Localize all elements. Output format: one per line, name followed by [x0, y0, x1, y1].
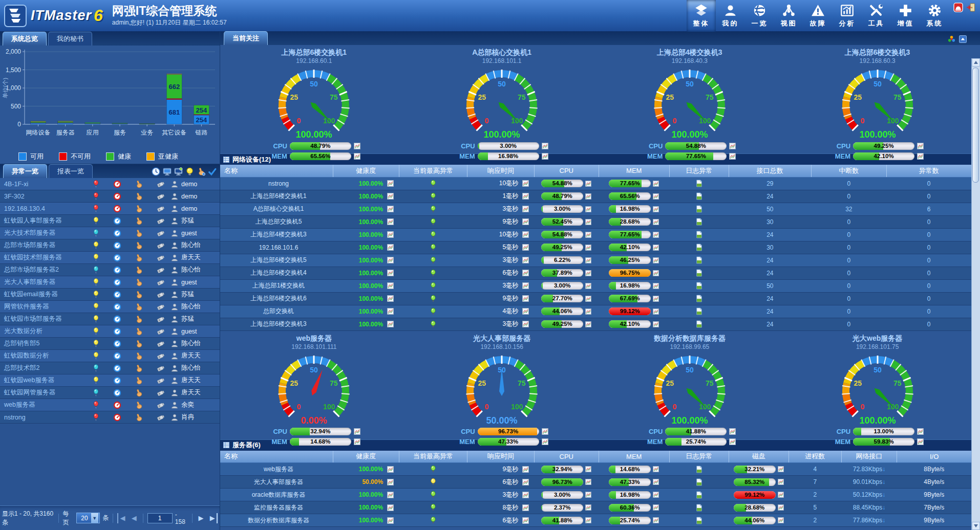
- device-name-link[interactable]: 光大数据分析: [0, 327, 85, 336]
- row-name-link[interactable]: oracle数据库服务器: [220, 489, 333, 501]
- col-mem[interactable]: MEM: [599, 165, 669, 177]
- last-page-button[interactable]: ▶: [208, 513, 218, 523]
- doc-icon[interactable]: [695, 295, 703, 302]
- first-page-button[interactable]: ◀: [117, 513, 126, 523]
- cam-icon[interactable]: [156, 389, 164, 397]
- hand-icon[interactable]: [135, 217, 143, 225]
- device-name-link[interactable]: 网管软件服务器: [0, 302, 85, 311]
- hand-icon[interactable]: [135, 180, 143, 188]
- network-row[interactable]: nstrong100.00%10毫秒 54.88% 77.65%2900: [220, 177, 971, 190]
- cam-icon[interactable]: [156, 180, 164, 188]
- exit-icon[interactable]: [966, 3, 976, 12]
- device-name-link[interactable]: 虹钦园技术部服务器: [0, 253, 85, 262]
- row-name-link[interactable]: 上海总部交换机5: [220, 215, 333, 228]
- hand-icon[interactable]: [135, 352, 143, 360]
- row-name-link[interactable]: A总部核心交换机1: [220, 203, 333, 215]
- nav-overview[interactable]: 一览: [745, 0, 774, 32]
- col-name[interactable]: 名称: [220, 451, 333, 463]
- hand-icon[interactable]: [135, 327, 143, 336]
- col-ifaces[interactable]: 接口总数: [729, 165, 811, 177]
- network-row[interactable]: 上海总部1楼交换机100.00%3毫秒 3.00% 16.98%5000: [220, 279, 971, 292]
- network-row[interactable]: 上海总部6楼交换机4100.00%6毫秒 37.89% 96.75%2400: [220, 267, 971, 279]
- network-row[interactable]: 上海总部6楼交换机1100.00%1毫秒 48.79% 65.56%2400: [220, 190, 971, 203]
- hand-icon[interactable]: [135, 192, 143, 201]
- alert-row[interactable]: 虹钦园数据分析唐天天: [0, 350, 220, 362]
- gauge-title[interactable]: 上海总部4楼交换机3: [657, 48, 722, 57]
- row-name-link[interactable]: 上海总部1楼交换机: [220, 279, 333, 292]
- page-number-input[interactable]: 1: [147, 513, 173, 523]
- nav-mine[interactable]: 我的: [716, 0, 745, 32]
- alert-row[interactable]: 总部市场部服务器陈心怡: [0, 239, 220, 252]
- hand-icon[interactable]: [135, 315, 143, 323]
- monitor-icon[interactable]: [163, 167, 172, 176]
- cam-icon[interactable]: [156, 241, 164, 250]
- row-name-link[interactable]: 上海总部6楼交换机3: [220, 318, 333, 330]
- cam-icon[interactable]: [156, 364, 164, 372]
- device-name-link[interactable]: 总部市场部服务器: [0, 241, 85, 250]
- cam-icon[interactable]: [156, 352, 164, 360]
- nav-views[interactable]: 视图: [774, 0, 803, 32]
- hand-icon[interactable]: [135, 291, 143, 299]
- hand-icon[interactable]: [135, 401, 143, 409]
- row-name-link[interactable]: 192.168.101.6: [220, 241, 333, 254]
- alert-row[interactable]: 总部技术部2陈心怡: [0, 362, 220, 374]
- alert-row[interactable]: web服务器余奕: [0, 399, 220, 411]
- main-scrollbar[interactable]: [971, 58, 980, 530]
- device-name-link[interactable]: 光大技术部服务器: [0, 229, 85, 237]
- sidebar-tab-1[interactable]: 我的秘书: [48, 32, 92, 46]
- device-name-link[interactable]: 虹钦园网管服务器: [0, 388, 85, 397]
- hand-icon[interactable]: [135, 241, 143, 250]
- alert-row[interactable]: 总部销售部5陈心怡: [0, 338, 220, 350]
- device-name-link[interactable]: 虹钦园人事部服务器: [0, 216, 85, 225]
- tab-current-focus[interactable]: 当前关注: [224, 31, 268, 45]
- device-name-link[interactable]: 总部销售部5: [0, 339, 85, 348]
- alert-row[interactable]: 3F-302demo: [0, 190, 220, 203]
- network-row[interactable]: 上海总部交换机5100.00%9毫秒 52.45% 28.68%3000: [220, 215, 971, 228]
- col-errors[interactable]: 异常数: [886, 165, 971, 177]
- row-name-link[interactable]: 总部交换机: [220, 305, 333, 318]
- cam-icon[interactable]: [156, 303, 164, 311]
- col-health[interactable]: 健康度: [333, 451, 399, 463]
- col-bulb[interactable]: 当前最高异常: [399, 451, 467, 463]
- device-name-link[interactable]: 虹钦园市场部服务器: [0, 315, 85, 323]
- doc-icon[interactable]: [695, 192, 703, 200]
- cam-icon[interactable]: [156, 192, 164, 201]
- network-row[interactable]: 上海总部4楼交换机3100.00%10毫秒 54.88% 77.65%2400: [220, 228, 971, 241]
- gauge-title[interactable]: A总部核心交换机1: [472, 48, 531, 57]
- cam-icon[interactable]: [156, 315, 164, 323]
- gauge-title[interactable]: 上海总部6楼交换机3: [845, 48, 910, 57]
- hand-icon[interactable]: [135, 266, 143, 274]
- row-name-link[interactable]: 上海总部6楼交换机5: [220, 254, 333, 267]
- doc-icon[interactable]: [695, 231, 703, 238]
- check-icon[interactable]: [208, 167, 217, 176]
- server-row[interactable]: 数据分析数据库服务器100.00%6毫秒 41.88% 25.74% 44.06…: [220, 514, 971, 527]
- palette-icon[interactable]: [948, 35, 955, 43]
- sidebar-tab-0[interactable]: 系统总览: [3, 32, 47, 46]
- nav-analysis[interactable]: 分析: [833, 0, 862, 32]
- hand-icon[interactable]: [135, 389, 143, 397]
- device-name-link[interactable]: 虹钦园email服务器: [0, 290, 85, 299]
- scroll-up-icon[interactable]: [972, 58, 980, 67]
- server-row[interactable]: 光大人事部服务器50.00%6毫秒 96.73% 47.33% 85.32%79…: [220, 476, 971, 489]
- hand-icon[interactable]: [135, 303, 143, 311]
- hand-icon[interactable]: [135, 364, 143, 372]
- gauge-title[interactable]: web服务器: [296, 334, 332, 343]
- cam-icon[interactable]: [156, 413, 164, 422]
- network-row[interactable]: 192.168.101.6100.00%5毫秒 49.25% 42.10%300…: [220, 241, 971, 254]
- device-name-link[interactable]: 光大人事部服务器: [0, 278, 85, 286]
- device-name-link[interactable]: 虹钦园数据分析: [0, 351, 85, 360]
- cam-icon[interactable]: [156, 291, 164, 299]
- col-breaks[interactable]: 中断数: [811, 165, 886, 177]
- pointer-icon[interactable]: [197, 167, 205, 176]
- alert-row[interactable]: 虹钦园网管服务器唐天天: [0, 387, 220, 399]
- cam-icon[interactable]: [156, 278, 164, 286]
- hand-icon[interactable]: [135, 205, 143, 213]
- nav-faults[interactable]: 故障: [803, 0, 833, 32]
- gauge-title[interactable]: 光大web服务器: [853, 334, 902, 343]
- alert-row[interactable]: 192.168.130.4demo: [0, 203, 220, 215]
- col-name[interactable]: 名称: [220, 165, 333, 177]
- doc-icon[interactable]: [695, 517, 703, 524]
- server-row[interactable]: web服务器100.00%9毫秒 32.94% 14.68% 32.21%472…: [220, 463, 971, 476]
- gauge-title[interactable]: 光大人事部服务器: [473, 334, 530, 343]
- cam-icon[interactable]: [156, 377, 164, 385]
